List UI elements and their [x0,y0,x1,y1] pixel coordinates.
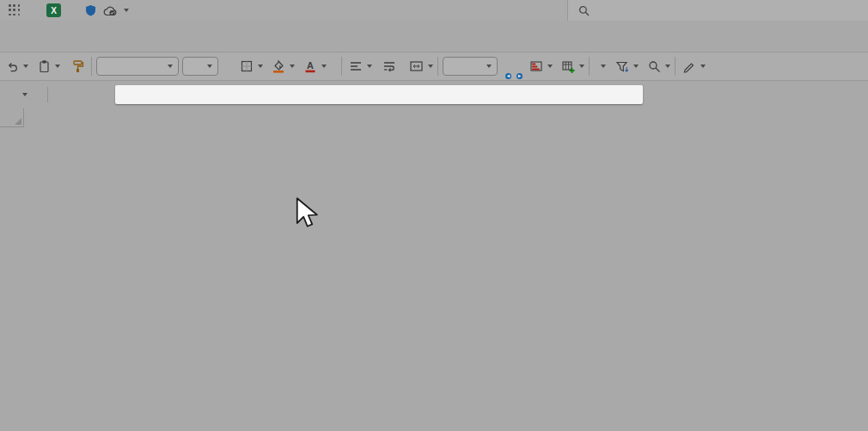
conditional-formatting-button[interactable] [527,55,546,77]
font-color-button[interactable]: A [301,55,320,77]
format-painter-button[interactable] [69,55,87,77]
bold-button[interactable] [226,55,231,77]
find-button[interactable] [645,55,663,77]
select-all-corner[interactable] [0,108,24,127]
undo-chevron-icon[interactable] [23,65,28,68]
fill-color-button[interactable] [269,55,288,77]
number-format-combo[interactable] [443,57,498,76]
title-bar: X [0,0,868,21]
name-box-chevron-icon [22,93,28,96]
cloud-saved-icon[interactable] [102,5,118,16]
ribbon-toolbar: A ◂ ▸ [0,52,868,81]
formula-bar [0,83,868,107]
formula-input[interactable] [115,85,643,104]
merge-center-chevron-icon[interactable] [428,65,433,68]
number-format-chevron-icon [486,65,492,68]
ink-tools-button[interactable] [680,55,699,77]
font-color-chevron-icon[interactable] [321,65,327,68]
find-chevron-icon[interactable] [665,65,670,68]
title-chevron-down-icon[interactable] [124,9,129,12]
name-box[interactable] [3,85,43,104]
paste-chevron-icon[interactable] [55,65,60,68]
undo-button[interactable] [3,55,21,77]
menu-bar [0,21,868,50]
sort-filter-button[interactable] [613,55,632,77]
search-icon [578,5,590,16]
paste-button[interactable] [35,55,53,77]
spreadsheet-grid[interactable] [0,108,868,431]
autosum-chevron-icon[interactable] [601,65,606,68]
svg-text:A: A [307,60,314,71]
more-font-options-button[interactable] [332,55,337,77]
ink-tools-chevron-icon[interactable] [700,65,706,68]
borders-button[interactable] [237,55,256,77]
autosum-button[interactable] [594,55,599,77]
font-name-chevron-icon [168,65,173,68]
increase-decimal-button[interactable]: ◂ [504,55,509,77]
excel-icon[interactable]: X [46,3,61,17]
format-as-table-chevron-icon[interactable] [579,65,584,68]
borders-chevron-icon[interactable] [258,65,263,68]
decrease-decimal-button[interactable]: ▸ [516,55,520,77]
font-size-chevron-icon [207,65,212,68]
font-size-combo[interactable] [182,57,218,76]
align-button[interactable] [346,55,365,77]
wrap-text-button[interactable] [380,55,399,77]
merge-center-button[interactable] [406,55,426,77]
protection-shield-icon[interactable] [85,4,96,16]
font-name-combo[interactable] [96,57,179,76]
mouse-cursor [294,197,320,230]
app-launcher-icon[interactable] [9,4,21,16]
fill-color-chevron-icon[interactable] [290,65,295,68]
align-chevron-icon[interactable] [367,65,372,68]
search-box[interactable] [567,0,868,21]
sort-filter-chevron-icon[interactable] [633,65,639,68]
conditional-formatting-chevron-icon[interactable] [547,65,553,68]
format-as-table-button[interactable] [559,55,578,77]
